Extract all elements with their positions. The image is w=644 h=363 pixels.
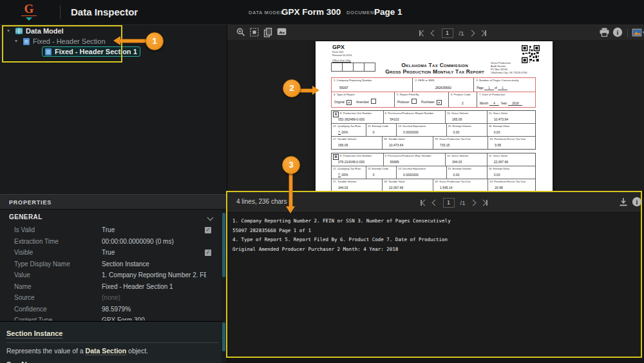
- tree-item-label: Fixed - Header Section: [33, 36, 106, 46]
- field-value: 344.03: [338, 186, 348, 190]
- form-section-row: B8. Production Unit Number076-214345-0-0…: [332, 153, 535, 166]
- page-input[interactable]: 1: [442, 28, 453, 38]
- section-letter-box: B: [333, 154, 339, 160]
- topbar-divider: [60, 5, 61, 19]
- field-value: 0.00: [494, 130, 500, 134]
- properties-grid: GENERAL Is ValidTrue✓Extraction Time00:0…: [0, 210, 222, 320]
- callout-2-badge: 2: [283, 79, 301, 97]
- field-value: 0.00: [494, 173, 500, 177]
- form-cell: 12. Qualifying Tax Rate 7 .00%: [332, 166, 366, 179]
- properties-group-general[interactable]: GENERAL: [0, 210, 222, 224]
- field-label: 20. Petroleum Excise Tax Due: [489, 137, 535, 141]
- property-value: Section Instance: [102, 259, 206, 270]
- field-value: 10,473.64: [494, 117, 508, 121]
- checkbox-checked-icon[interactable]: ✓: [205, 227, 211, 233]
- field-label: 18. Taxable Value: [384, 137, 433, 141]
- text-line: 55097 282835660 Page 1 of 1: [232, 226, 636, 236]
- top-bar: G Data Inspector DATA MODEL GPX Form 300…: [0, 0, 644, 25]
- field-label: 19. Gross Production Tax Due: [435, 137, 488, 141]
- properties-panel-header: PROPERTIES: [0, 194, 227, 210]
- property-value: GPX Form 300: [102, 315, 206, 320]
- field-value: 1,545.14: [440, 186, 452, 190]
- field-label: 7. Date of Production: [479, 93, 535, 96]
- property-value: True: [102, 247, 206, 259]
- info-icon[interactable]: i: [612, 27, 623, 37]
- field-value: 165.09: [452, 117, 462, 121]
- type-description-title-link[interactable]: Section Instance: [6, 329, 62, 338]
- tree-selection-box: Fixed - Header Section 1: [42, 46, 140, 57]
- field-value: 10,473.64: [389, 143, 403, 147]
- thumbnail-menu-icon[interactable]: [632, 28, 644, 37]
- field-label: 2. FEIN or SSN: [415, 79, 473, 82]
- tree-item-data-model[interactable]: ▾Data Model: [0, 26, 227, 36]
- field-value: 7 .00%: [338, 173, 348, 177]
- field-label: 6. Product Code: [451, 93, 477, 96]
- field-label: 3. Number of Pages Consecutively: [476, 79, 535, 82]
- field-label: 1. Company Reporting Number: [334, 79, 412, 82]
- form-cell: 10. Gross Volume165.09: [446, 111, 488, 123]
- next-page-icon[interactable]: [471, 201, 475, 205]
- data-section-link[interactable]: Data Section: [86, 347, 127, 355]
- field-label: 10. Gross Volume: [447, 154, 487, 157]
- info-icon[interactable]: i: [632, 197, 642, 207]
- field-value: 9.95: [495, 143, 501, 147]
- type-description-panel: Section Instance Represents the value of…: [0, 321, 222, 363]
- last-page-icon[interactable]: [480, 30, 486, 36]
- form-cell: 9. Purchasers/Producers Rep. Number56689: [384, 153, 446, 166]
- logo-letter: G: [21, 3, 37, 16]
- last-page-icon[interactable]: [481, 200, 488, 206]
- first-page-icon[interactable]: [419, 30, 426, 36]
- property-label: Type Display Name: [14, 259, 70, 270]
- copy-pages-icon[interactable]: [263, 28, 272, 37]
- field-value: 076-214345-0-000: [338, 160, 365, 164]
- properties-scrollbar-thumb[interactable]: [222, 213, 225, 277]
- field-value: 0: [373, 173, 375, 177]
- form-cell: 16. Exempt Value0.00: [488, 166, 535, 179]
- form-highlight-row-2: 4. Type of Report Original Amended 5. Re…: [331, 92, 536, 108]
- field-value: 0.0000000: [403, 173, 419, 177]
- tree-item-fixed-header-section-1[interactable]: Fixed - Header Section 1: [0, 46, 227, 57]
- extracted-text[interactable]: 1. Company Reporting Number 2. FEIN or S…: [232, 217, 636, 354]
- document-icon: [45, 48, 52, 55]
- form-cell-pages: 3. Number of Pages Consecutively Page 1 …: [474, 78, 535, 92]
- field-value: 55097: [339, 86, 348, 90]
- page-input[interactable]: 1: [443, 198, 455, 208]
- field-label: 20. Petroleum Excise Tax Due: [489, 180, 535, 183]
- field-label: 12. Qualifying Tax Rate: [333, 167, 366, 170]
- prev-page-icon[interactable]: [433, 201, 437, 205]
- field-options: Producer Purchaser: [397, 99, 446, 105]
- logo-teal-mark: [26, 17, 32, 21]
- field-label: A8. Production Unit Number: [333, 112, 383, 117]
- field-value: 0.00: [453, 130, 460, 134]
- field-label: 14. Decimal Equivalent: [398, 167, 446, 170]
- chevron-down-icon[interactable]: [207, 215, 214, 221]
- field-value: 54103: [390, 117, 399, 121]
- field-label: 9. Purchasers/Producers Rep. Number: [385, 154, 445, 157]
- prev-page-icon[interactable]: [431, 31, 436, 35]
- property-label: Source: [14, 292, 35, 304]
- form-highlight-row-1: 1. Company Reporting Number 55097 2. FEI…: [331, 77, 536, 92]
- form-cell: 16. Exempt Value0.00: [488, 124, 535, 136]
- description-scrollbar-thumb[interactable]: [222, 322, 225, 351]
- expander-icon[interactable]: ▾: [5, 26, 12, 36]
- print-icon[interactable]: [600, 28, 609, 37]
- zoom-icon[interactable]: [236, 28, 245, 37]
- select-region-icon[interactable]: [250, 28, 259, 37]
- text-stats: 4 lines, 236 chars: [236, 198, 287, 205]
- form-section-row: 12. Qualifying Tax Rate 7 .00%13. Exempt…: [332, 124, 535, 137]
- first-page-icon[interactable]: [421, 200, 427, 206]
- form-cell: 18. Taxable Value10,473.64: [383, 137, 433, 149]
- form-cell: 14. Decimal Equivalent0.0000000: [397, 166, 446, 179]
- checkbox-checked-icon[interactable]: ✓: [205, 250, 211, 256]
- form-cell: 13. Exempt Code0: [366, 166, 397, 179]
- see-also-link[interactable]: See Also: [6, 360, 222, 363]
- field-options: Original Amended: [334, 99, 380, 105]
- form-section-row: 12. Qualifying Tax Rate 7 .00%13. Exempt…: [332, 166, 535, 179]
- download-icon[interactable]: [619, 197, 628, 206]
- next-page-icon[interactable]: [469, 31, 474, 35]
- tree: ▾Data Model▾Fixed - Header SectionFixed …: [0, 26, 227, 193]
- expander-icon[interactable]: ▾: [13, 36, 19, 46]
- checkbox-amended: [371, 99, 376, 104]
- callout-1-arrow: [120, 39, 147, 43]
- image-icon[interactable]: [277, 28, 287, 35]
